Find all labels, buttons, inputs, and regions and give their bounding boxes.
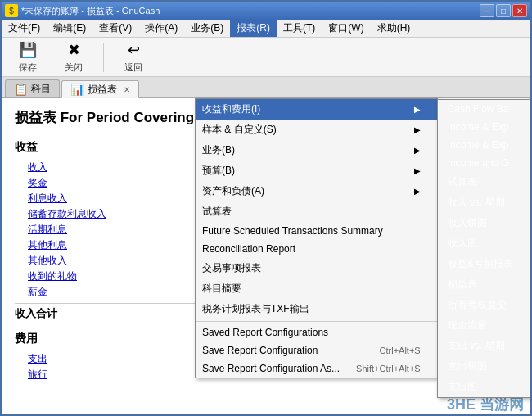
title-bar-controls: ─ □ ✕	[480, 4, 527, 17]
trial-label: 试算表	[202, 205, 232, 219]
title-bar-left: $ *未保存的账簿 - 损益表 - GnuCash	[5, 4, 160, 17]
tab-bar: 📋 科目 📊 损益表 ✕	[2, 77, 530, 98]
menu-business2[interactable]: 业务(B) ▶	[196, 140, 437, 161]
reports-menu[interactable]: 收益和费用(I) ▶ Cash Flow Ba Income & Exp Inc…	[195, 98, 438, 378]
submenu-pnl[interactable]: 损益表	[438, 274, 532, 295]
save-label: 保存	[19, 61, 37, 74]
save-config-label: Save Report Configuration	[202, 345, 318, 356]
transactions-label: 交易事项报表	[202, 261, 261, 275]
other-interest-link[interactable]: 其他利息	[28, 238, 67, 252]
submenu-expense-weekly[interactable]: 支出 vs. 星期	[438, 336, 532, 356]
gift-link[interactable]: 收到的礼物	[28, 269, 77, 283]
submenu-cashflow2[interactable]: 现金流量	[438, 315, 532, 336]
submenu-profit-loss[interactable]: 收益&亏损报表	[438, 254, 532, 274]
account-summary-label: 科目摘要	[202, 282, 241, 296]
main-content: 损益表 For Period Covering 收益 收入 奖金 利息收入 储蓄…	[2, 98, 530, 416]
income-statement-tab-label: 损益表	[88, 83, 117, 97]
submenu-cashflow[interactable]: Cash Flow Ba	[438, 100, 532, 118]
income-link[interactable]: 收入	[28, 161, 47, 174]
menu-future-scheduled[interactable]: Future Scheduled Transactions Summary	[196, 222, 437, 240]
submenu-expense-chart[interactable]: 支出图	[438, 377, 532, 397]
toolbar: 💾 保存 ✖ 关闭 ↩ 返回	[2, 38, 530, 77]
toolbar-separator	[103, 43, 104, 72]
samples-arrow: ▶	[414, 125, 421, 134]
submenu-equity[interactable]: 所有者权益变	[438, 295, 532, 315]
budget-label: 预算(B)	[202, 164, 235, 178]
tab-income-statement[interactable]: 📊 损益表 ✕	[61, 80, 139, 98]
back-label: 返回	[124, 61, 142, 74]
menu-separator-1	[196, 321, 437, 322]
samples-label: 样本 & 自定义(S)	[202, 123, 277, 137]
submenu-income-chart[interactable]: 收入图	[438, 233, 532, 254]
app-icon: $	[5, 4, 18, 17]
submenu-income-exp2[interactable]: Income & Exp	[438, 136, 532, 154]
back-button[interactable]: ↩ 返回	[114, 36, 153, 78]
other-income-link[interactable]: 其他收入	[28, 254, 67, 268]
menu-business[interactable]: 业务(B)	[184, 20, 230, 37]
submenu-income-pie[interactable]: 收入饼图	[438, 213, 532, 233]
close-button[interactable]: ✖ 关闭	[54, 36, 93, 78]
menu-save-config-as[interactable]: Save Report Configuration As... Shift+Ct…	[196, 359, 437, 378]
business-arrow: ▶	[414, 146, 421, 155]
tax-label: 税务计划报表与TXF输出	[202, 302, 309, 316]
minimize-button[interactable]: ─	[480, 4, 494, 17]
menu-samples[interactable]: 样本 & 自定义(S) ▶	[196, 120, 437, 140]
menu-actions[interactable]: 操作(A)	[138, 20, 184, 37]
save-icon: 💾	[18, 40, 38, 60]
assets-label: 资产和负债(A)	[202, 184, 264, 198]
submenu-income-weekly[interactable]: 收入 vs. 星期	[438, 192, 532, 213]
save-button[interactable]: 💾 保存	[8, 36, 47, 78]
back-icon: ↩	[124, 40, 143, 60]
menu-budget[interactable]: 预算(B) ▶	[196, 161, 437, 181]
menu-tools[interactable]: 工具(T)	[277, 20, 322, 37]
tab-close-button[interactable]: ✕	[124, 85, 130, 94]
menu-trial2[interactable]: 试算表	[196, 201, 437, 222]
menu-save-config[interactable]: Save Report Configuration Ctrl+Alt+S	[196, 341, 437, 359]
business-label: 业务(B)	[202, 143, 235, 157]
menu-tax[interactable]: 税务计划报表与TXF输出	[196, 299, 437, 319]
salary-link[interactable]: 薪金	[28, 285, 47, 299]
menu-assets[interactable]: 资产和负债(A) ▶	[196, 181, 437, 201]
savings-interest-link[interactable]: 储蓄存款利息收入	[28, 207, 106, 221]
menu-account-summary[interactable]: 科目摘要	[196, 278, 437, 299]
interest-income-link[interactable]: 利息收入	[28, 192, 67, 206]
menu-bar: 文件(F) 编辑(E) 查看(V) 操作(A) 业务(B) 报表(R) 工具(T…	[2, 20, 530, 38]
window-title: *未保存的账簿 - 损益表 - GnuCash	[21, 5, 160, 17]
current-interest-link[interactable]: 活期利息	[28, 223, 67, 237]
reconciliation-label: Reconciliation Report	[202, 243, 295, 255]
title-bar: $ *未保存的账簿 - 损益表 - GnuCash ─ □ ✕	[2, 2, 530, 20]
submenu-trial[interactable]: 试算表	[438, 172, 532, 192]
menu-reports[interactable]: 报表(R)	[230, 20, 277, 37]
save-config-as-shortcut: Shift+Ctrl+Alt+S	[356, 364, 421, 373]
menu-reconciliation[interactable]: Reconciliation Report	[196, 240, 437, 258]
submenu-arrow: ▶	[414, 105, 421, 114]
budget-arrow: ▶	[414, 166, 421, 175]
close-window-button[interactable]: ✕	[512, 4, 527, 17]
menu-transactions[interactable]: 交易事项报表	[196, 258, 437, 278]
close-label: 关闭	[65, 61, 83, 74]
menu-window[interactable]: 窗口(W)	[322, 20, 370, 37]
accounts-tab-label: 科目	[31, 82, 51, 96]
close-icon: ✖	[64, 40, 83, 60]
submenu-expense-pie[interactable]: 支出饼图	[438, 356, 532, 377]
assets-arrow: ▶	[414, 187, 421, 196]
submenu-income-g[interactable]: Income and G	[438, 154, 532, 172]
menu-edit[interactable]: 编辑(E)	[47, 20, 92, 37]
menu-view[interactable]: 查看(V)	[92, 20, 138, 37]
submenu-income-exp1[interactable]: Income & Exp	[438, 118, 532, 136]
expense-link[interactable]: 支出	[28, 352, 47, 366]
menu-income-expenses[interactable]: 收益和费用(I) ▶ Cash Flow Ba Income & Exp Inc…	[196, 99, 437, 120]
menu-help[interactable]: 求助(H)	[371, 20, 417, 37]
tab-accounts[interactable]: 📋 科目	[5, 79, 60, 97]
accounts-tab-icon: 📋	[14, 83, 28, 96]
maximize-button[interactable]: □	[496, 4, 511, 17]
income-expenses-label: 收益和费用(I)	[202, 102, 260, 116]
travel-link[interactable]: 旅行	[28, 368, 47, 382]
income-total-label: 收入合计	[15, 306, 57, 321]
income-statement-tab-icon: 📊	[70, 83, 84, 96]
income-expenses-submenu[interactable]: Cash Flow Ba Income & Exp Income & Exp I…	[437, 99, 532, 398]
save-config-shortcut: Ctrl+Alt+S	[380, 346, 421, 355]
menu-file[interactable]: 文件(F)	[2, 20, 47, 37]
bonus-link[interactable]: 奖金	[28, 176, 47, 190]
menu-saved-configs[interactable]: Saved Report Configurations	[196, 323, 437, 341]
